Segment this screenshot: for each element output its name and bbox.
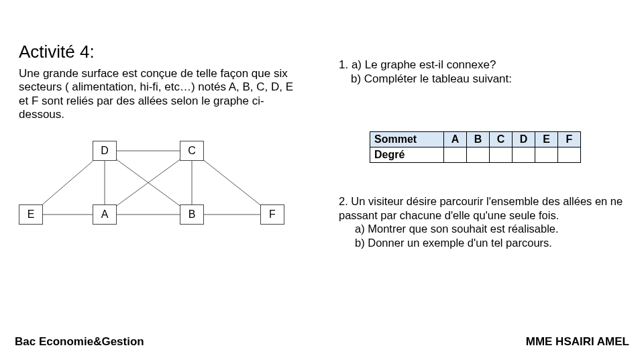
th-C: C: [490, 132, 513, 147]
edge-C-F: [204, 160, 260, 205]
td-F: [558, 147, 581, 163]
td-A: [444, 147, 467, 163]
activity-title: Activité 4:: [19, 42, 95, 62]
th-A: A: [444, 132, 467, 147]
node-C: C: [180, 141, 204, 161]
q1b: b) Compléter le tableau suivant:: [339, 72, 621, 86]
node-D: D: [93, 141, 117, 161]
node-E: E: [19, 204, 43, 225]
edge-E-D: [42, 161, 93, 204]
question-2: 2. Un visiteur désire parcourir l'ensemb…: [339, 194, 627, 250]
td-D: [513, 147, 535, 163]
q2-a: a) Montrer que son souhait est réalisabl…: [339, 222, 627, 236]
q2-b: b) Donner un exemple d'un tel parcours.: [339, 236, 627, 250]
degree-table: Sommet A B C D E F Degré: [370, 131, 581, 163]
td-C: [490, 147, 513, 163]
th-F: F: [558, 132, 581, 147]
question-1: 1. a) Le graphe est-il connexe? b) Compl…: [339, 58, 621, 86]
th-sommet: Sommet: [370, 132, 444, 147]
intro-text: Une grande surface est conçue de telle f…: [19, 67, 301, 122]
q1a: 1. a) Le graphe est-il connexe?: [339, 58, 621, 72]
th-B: B: [467, 132, 490, 147]
graph-diagram: DCEABF: [19, 141, 301, 248]
graph-edges: [19, 141, 301, 248]
node-B: B: [180, 204, 204, 225]
table-degree-row: Degré: [370, 147, 581, 163]
footer-left: Bac Economie&Gestion: [15, 335, 144, 349]
footer-right: MME HSAIRI AMEL: [526, 335, 629, 349]
th-D: D: [513, 132, 535, 147]
th-E: E: [535, 132, 558, 147]
node-A: A: [93, 204, 117, 225]
td-degre: Degré: [370, 147, 444, 163]
td-E: [535, 147, 558, 163]
node-F: F: [260, 204, 284, 225]
q2-line1: 2. Un visiteur désire parcourir l'ensemb…: [339, 194, 627, 222]
td-B: [467, 147, 490, 163]
table-header-row: Sommet A B C D E F: [370, 132, 581, 147]
